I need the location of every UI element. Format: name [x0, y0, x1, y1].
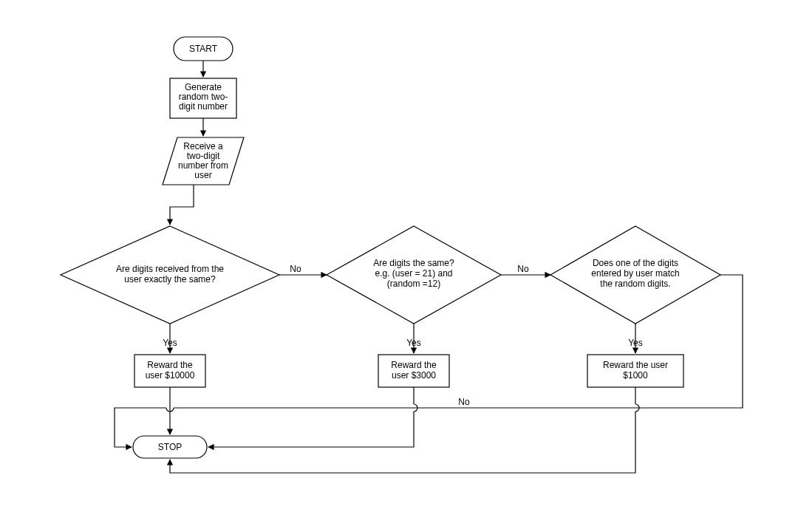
- d3-line1: Does one of the digits: [593, 258, 678, 268]
- receive-line1: Receive a: [183, 141, 223, 151]
- edge-receive-to-d1: [170, 185, 194, 225]
- d1-line1: Are digits received from the: [116, 264, 224, 274]
- stop-label: STOP: [158, 442, 182, 452]
- d3-line2: entered by user match: [591, 268, 679, 279]
- receive-line3: number from: [178, 160, 228, 171]
- d2-line2: e.g. (user = 21) and: [375, 268, 452, 279]
- d2-no-label: No: [517, 264, 529, 274]
- r2-line2: user $3000: [392, 370, 436, 381]
- d2-line3: (random =12): [387, 279, 440, 289]
- receive-line2: two-digit: [187, 151, 220, 161]
- start-label: START: [189, 44, 218, 54]
- r3-line2: $1000: [623, 370, 648, 381]
- d3-line3: the random digits.: [600, 279, 670, 289]
- r1-line1: Reward the: [147, 360, 193, 370]
- r1-line2: user $10000: [146, 370, 195, 381]
- edge-r3-to-stop-b: [170, 412, 635, 473]
- receive-line4: user: [194, 170, 211, 180]
- d2-line1: Are digits the same?: [373, 258, 454, 268]
- r3-line1: Reward the user: [603, 360, 668, 370]
- r2-line1: Reward the: [391, 360, 437, 370]
- d3-no-label: No: [458, 397, 470, 407]
- generate-line2: random two-: [179, 92, 228, 102]
- edge-r2-to-stop-b: [208, 412, 414, 447]
- d3-yes-label: Yes: [628, 338, 643, 348]
- d1-no-label: No: [290, 264, 301, 274]
- flowchart-canvas: START Generate random two- digit number …: [0, 0, 798, 532]
- generate-line3: digit number: [179, 101, 228, 112]
- generate-line1: Generate: [185, 82, 222, 92]
- d1-line2: user exactly the same?: [124, 274, 216, 284]
- d2-yes-label: Yes: [406, 338, 421, 348]
- d1-yes-label: Yes: [163, 338, 177, 348]
